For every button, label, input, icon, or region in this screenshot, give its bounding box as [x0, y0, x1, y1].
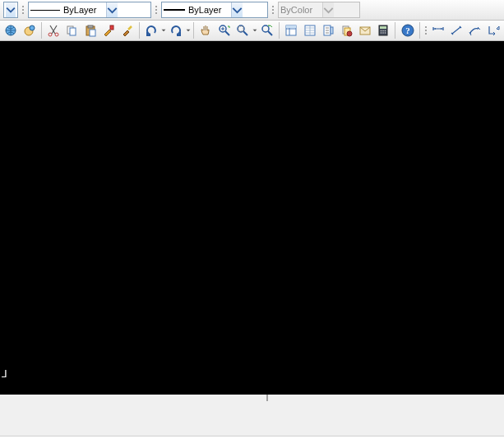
svg-rect-6: [70, 28, 76, 35]
drawing-canvas[interactable]: ⅃: [0, 41, 504, 395]
toolbar-grip[interactable]: [271, 0, 275, 21]
svg-point-3: [49, 33, 52, 36]
svg-point-27: [382, 30, 384, 32]
quickcalc-icon[interactable]: [375, 21, 391, 39]
standard-toolbar: ?: [0, 21, 504, 41]
svg-point-28: [385, 30, 386, 32]
match-prop-icon[interactable]: [100, 21, 117, 39]
redo-dropdown-arrow[interactable]: [185, 28, 191, 33]
svg-point-14: [262, 25, 269, 32]
paste-icon[interactable]: [82, 21, 99, 39]
help-globe-icon[interactable]: [21, 21, 37, 39]
svg-rect-10: [110, 25, 113, 30]
separator: [193, 22, 194, 39]
undo-dropdown-arrow[interactable]: [160, 28, 166, 33]
svg-rect-19: [331, 27, 333, 34]
zoom-dropdown-arrow[interactable]: [252, 28, 257, 33]
dim-arc-icon[interactable]: [466, 21, 483, 39]
pan-icon[interactable]: [197, 21, 214, 39]
separator: [395, 22, 395, 39]
properties-icon[interactable]: [283, 21, 299, 39]
line-sample-icon: [30, 10, 60, 11]
paintbrush-icon[interactable]: [118, 21, 135, 39]
svg-rect-9: [90, 30, 95, 36]
zoom-previous-icon[interactable]: [259, 21, 275, 39]
help-icon[interactable]: ?: [399, 21, 415, 39]
svg-point-26: [381, 30, 382, 32]
sheet-set-icon[interactable]: [338, 21, 354, 39]
linetype-label: ByLayer: [63, 5, 106, 15]
zoom-realtime-icon[interactable]: [216, 21, 233, 39]
lineweight-label: ByLayer: [188, 5, 231, 15]
separator: [279, 22, 280, 39]
dim-aligned-icon[interactable]: [448, 21, 465, 39]
dropdown-partial[interactable]: [3, 2, 18, 18]
plotstyle-label: ByColor: [280, 5, 322, 15]
separator: [419, 22, 420, 39]
design-center-icon[interactable]: [301, 21, 317, 39]
svg-rect-8: [88, 25, 93, 28]
svg-point-30: [382, 32, 384, 34]
toolbar-grip[interactable]: [155, 0, 158, 21]
svg-rect-25: [380, 26, 386, 29]
status-strip: [0, 436, 504, 448]
dim-linear-icon[interactable]: [429, 21, 446, 39]
undo-icon[interactable]: [143, 21, 160, 39]
lineweight-dropdown[interactable]: ByLayer: [161, 2, 268, 18]
svg-point-2: [30, 25, 35, 30]
toolbar-grip[interactable]: [21, 0, 25, 21]
property-toolbar: ByLayer ByLayer ByColor: [0, 0, 504, 21]
svg-point-29: [381, 32, 382, 34]
redo-icon[interactable]: [167, 21, 183, 39]
separator: [41, 22, 42, 39]
chevron-down-icon: [322, 2, 334, 17]
svg-rect-13: [238, 26, 243, 31]
zoom-window-icon[interactable]: [234, 21, 251, 39]
plotstyle-dropdown: ByColor: [278, 2, 360, 18]
tool-palettes-icon[interactable]: [320, 21, 336, 39]
separator: [139, 22, 140, 39]
chevron-down-icon: [106, 2, 118, 17]
copy-icon[interactable]: [63, 21, 80, 39]
layout-tab-divider: [266, 395, 268, 401]
globe-icon[interactable]: [2, 21, 19, 39]
cut-icon[interactable]: [45, 21, 62, 39]
chevron-down-icon: [6, 2, 16, 17]
line-sample-icon: [164, 9, 185, 11]
svg-text:?: ?: [405, 25, 410, 35]
cursor-indicator: ⅃: [2, 368, 7, 380]
svg-point-31: [385, 32, 386, 34]
svg-point-22: [347, 31, 352, 36]
svg-rect-16: [286, 25, 296, 28]
markup-icon[interactable]: [357, 21, 373, 39]
toolbar-grip[interactable]: [424, 21, 428, 41]
dim-ordinate-icon[interactable]: [485, 21, 502, 39]
chevron-down-icon: [231, 2, 243, 17]
linetype-dropdown[interactable]: ByLayer: [28, 2, 151, 18]
svg-point-4: [55, 33, 58, 36]
